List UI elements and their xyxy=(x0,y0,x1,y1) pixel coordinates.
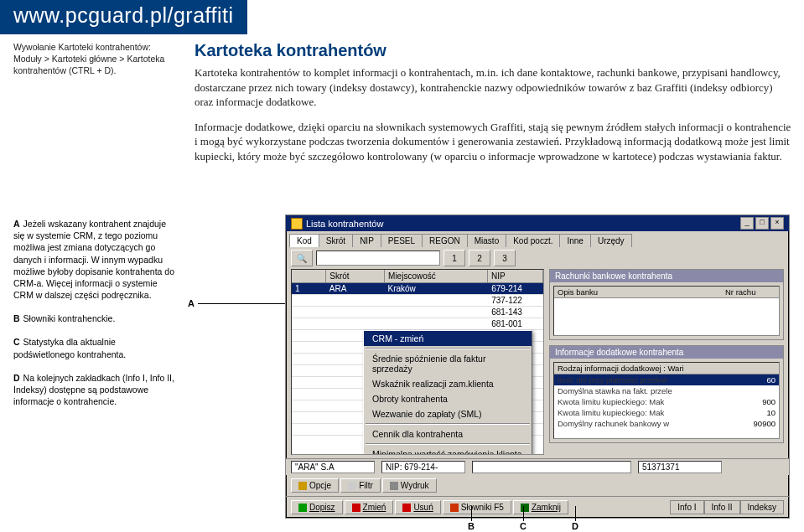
panel1-col-nr: Nr rachu xyxy=(722,287,779,297)
btn-slowniki[interactable]: Słowniki F5 xyxy=(443,500,511,514)
panel-info-title: Informacje dodatkowe kontrahenta xyxy=(550,346,783,359)
article-para2: Informacje dodatkowe, dzięki oparciu na … xyxy=(195,120,794,164)
list-item[interactable]: Kwota limitu kupieckiego: Mak900 xyxy=(554,396,779,407)
tab-kod[interactable]: Kod xyxy=(289,234,319,247)
btn-opcje[interactable]: Opcje xyxy=(291,478,339,493)
table-row[interactable]: 681-143 xyxy=(292,307,543,318)
window-icon xyxy=(291,218,303,230)
page-header-band: www.pcguard.pl/graffiti xyxy=(0,0,247,34)
footer-addr xyxy=(472,461,631,473)
footer-info-row: "ARA" S.A NIP: 679-214- 51371371 xyxy=(286,458,789,475)
printer-icon xyxy=(390,482,398,490)
footer-skrot: "ARA" S.A xyxy=(291,461,375,473)
maximize-button[interactable]: □ xyxy=(755,217,769,230)
titlebar: Lista kontrahentów _ □ × xyxy=(286,215,789,231)
left-notes: AJeżeli wskazany kontrahent znajduje się… xyxy=(13,218,177,419)
callout-d-line xyxy=(575,506,576,521)
table-row[interactable]: 737-122 xyxy=(292,295,543,307)
article-title: Kartoteka kontrahentów xyxy=(195,41,794,60)
callout-b-line xyxy=(471,506,472,521)
list-item[interactable]: Domyślna stawka na fakt. przele xyxy=(554,385,779,396)
search-icon[interactable]: 🔍 xyxy=(291,250,313,266)
note-a-text: Jeżeli wskazany kontrahent znajduje się … xyxy=(13,219,174,300)
triangle-icon xyxy=(352,504,361,512)
list-item[interactable]: Domyślny rachunek bankowy w90900 xyxy=(554,418,779,429)
key-icon xyxy=(298,482,307,490)
btn-zamknij[interactable]: Zamknij xyxy=(513,500,568,514)
panel-rachunki-title: Rachunki bankowe kontrahenta xyxy=(550,270,783,282)
cm-crm-zmien[interactable]: CRM - zmień xyxy=(364,331,532,346)
note-d: DNa kolejnych zakładkach (Info I, Info I… xyxy=(13,372,177,408)
left-column: Wywołanie Kartoteki kontrahentów: Moduły… xyxy=(0,41,191,173)
cm-cennik[interactable]: Cennik dla kontrahenta xyxy=(364,426,532,442)
cm-wskaznik[interactable]: Wskaźnik realizacji zam.klienta xyxy=(364,376,532,391)
quickbtn-1[interactable]: 1 xyxy=(443,250,465,266)
tab-kodpoczt[interactable]: Kod poczt. xyxy=(506,234,560,247)
note-a-label: A xyxy=(13,219,20,229)
callout-c-line xyxy=(523,506,524,521)
callout-c: C xyxy=(520,521,526,531)
exit-icon xyxy=(521,504,529,512)
minimize-button[interactable]: _ xyxy=(740,217,754,230)
funnel-icon xyxy=(348,482,356,490)
panel-info-dod: Informacje dodatkowe kontrahenta Rodzaj … xyxy=(549,345,784,443)
grid-header-empty xyxy=(292,270,326,282)
cm-wezwanie[interactable]: Wezwanie do zapłaty (SML) xyxy=(364,406,532,421)
callout-a-marker: A xyxy=(188,298,195,308)
tab-pesel[interactable]: PESEL xyxy=(381,234,423,247)
side-tab-indeksy[interactable]: Indeksy xyxy=(740,500,784,514)
close-button[interactable]: × xyxy=(770,217,784,230)
table-row[interactable]: 681-001 xyxy=(292,318,543,330)
header-url: www.pcguard.pl/graffiti xyxy=(13,3,234,27)
grid-header-miejsc[interactable]: Miejscowość xyxy=(385,270,488,282)
cm-min-wartosc[interactable]: Minimalna wartość zamówienia klienta xyxy=(364,447,532,455)
note-c: CStatystyka dla aktualnie podświetlonego… xyxy=(13,336,177,359)
footer-nip2: 51371371 xyxy=(638,461,722,473)
table-row[interactable]: 1ARAKraków679-214 xyxy=(292,283,543,295)
btn-zmien[interactable]: Zmień xyxy=(345,500,394,514)
note-b: BSłowniki kontrahenckie. xyxy=(13,312,177,324)
panel2-subhead: Rodzaj informacji dodatkowej : Wari xyxy=(554,363,779,374)
book-icon xyxy=(450,504,459,512)
btn-wydruk[interactable]: Wydruk xyxy=(382,478,437,493)
footer-nip: NIP: 679-214- xyxy=(381,461,465,473)
note-b-text: Słowniki kontrahenckie. xyxy=(23,313,116,323)
side-tab-info2[interactable]: Info II xyxy=(704,500,740,514)
note-a: AJeżeli wskazany kontrahent znajduje się… xyxy=(13,218,177,301)
side-tab-info1[interactable]: Info I xyxy=(670,500,703,514)
btn-usun[interactable]: Usuń xyxy=(395,500,440,514)
tab-nip[interactable]: NIP xyxy=(352,234,381,247)
list-item[interactable]: Ilość dni przy płatności przelew60 xyxy=(554,374,779,385)
note-c-label: C xyxy=(13,337,20,347)
list-item[interactable]: Kwota limitu kupieckiego: Mak10 xyxy=(554,407,779,418)
quickbtn-2[interactable]: 2 xyxy=(469,250,490,266)
filter-tab-row: Kod Skrót NIP PESEL REGON Miasto Kod poc… xyxy=(286,231,789,247)
context-menu: CRM - zmień Średnie spóźnienie dla faktu… xyxy=(363,330,532,455)
btn-filtr[interactable]: Filtr xyxy=(340,478,381,493)
tab-urzedy[interactable]: Urzędy xyxy=(590,234,632,247)
search-input[interactable] xyxy=(316,251,440,266)
panel-rachunki: Rachunki bankowe kontrahenta Opis banku … xyxy=(549,269,784,340)
btn-dopisz[interactable]: Dopisz xyxy=(291,500,343,514)
quickbtn-3[interactable]: 3 xyxy=(494,250,516,266)
note-d-label: D xyxy=(13,373,20,383)
window-title: Lista kontrahentów xyxy=(306,219,383,229)
minus-icon xyxy=(402,504,411,512)
note-d-text: Na kolejnych zakładkach (Info I, Info II… xyxy=(13,373,174,406)
callout-d: D xyxy=(572,521,578,531)
left-intro: Wywołanie Kartoteki kontrahentów: Moduły… xyxy=(13,41,181,77)
cm-srednie-spoznienie[interactable]: Średnie spóźnienie dla faktur sprzedaży xyxy=(364,351,532,376)
tab-inne[interactable]: Inne xyxy=(559,234,590,247)
cm-obroty[interactable]: Obroty kontrahenta xyxy=(364,391,532,406)
tab-skrot[interactable]: Skrót xyxy=(319,234,353,247)
contractor-grid[interactable]: Skrót Miejscowość NIP 1ARAKraków679-2147… xyxy=(291,269,544,455)
grid-header-skrot[interactable]: Skrót xyxy=(326,270,385,282)
panel1-col-opis: Opis banku xyxy=(554,287,722,297)
tab-miasto[interactable]: Miasto xyxy=(467,234,506,247)
grid-header-nip[interactable]: NIP xyxy=(488,270,543,282)
note-b-label: B xyxy=(13,313,20,323)
tab-regon[interactable]: REGON xyxy=(422,234,468,247)
app-window: Lista kontrahentów _ □ × Kod Skrót NIP P… xyxy=(285,214,790,519)
footer-toolbar2: Dopisz Zmień Usuń Słowniki F5 Zamknij In… xyxy=(286,496,789,518)
footer-toolbar1: Opcje Filtr Wydruk xyxy=(286,475,789,496)
